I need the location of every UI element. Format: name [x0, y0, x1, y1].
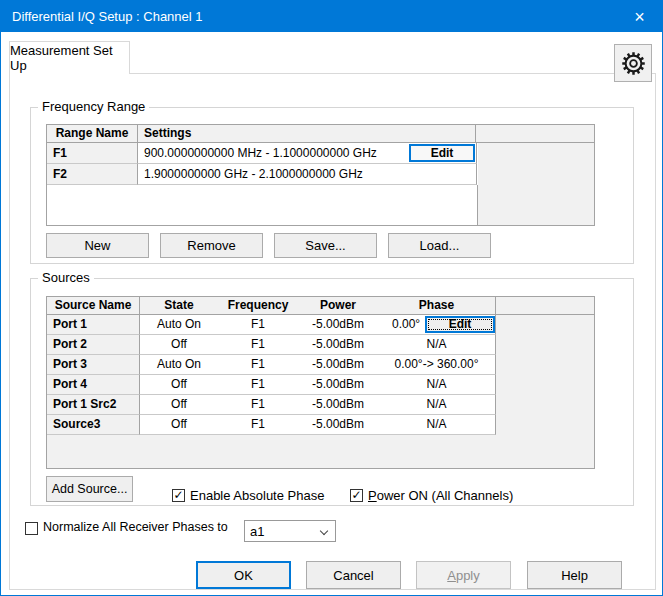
apply-button: Apply — [416, 561, 511, 589]
close-icon: × — [634, 8, 645, 26]
power-cell: -5.00dBm — [298, 415, 378, 435]
enable-absolute-phase-checkbox[interactable]: ✓ — [172, 489, 185, 502]
power-on-label-accel: P — [368, 488, 377, 503]
phase-cell: N/A — [378, 335, 496, 355]
power-cell: -5.00dBm — [298, 375, 378, 395]
checkmark-icon: ✓ — [351, 488, 361, 502]
source-name-cell: Port 4 — [47, 375, 140, 395]
ok-button[interactable]: OK — [196, 561, 291, 589]
window-title: Differential I/Q Setup : Channel 1 — [12, 9, 203, 24]
source-name-cell: Source3 — [47, 415, 140, 435]
column-header-settings: Settings — [138, 125, 476, 142]
title-bar: Differential I/Q Setup : Channel 1 — [1, 1, 663, 32]
state-cell: Auto On — [140, 355, 218, 375]
column-header-state: State — [140, 297, 218, 314]
frequency-cell: F1 — [218, 375, 298, 395]
phase-cell: 0.00°-> 360.00° — [378, 355, 496, 375]
new-button[interactable]: New — [46, 233, 149, 258]
save-button[interactable]: Save... — [274, 233, 377, 258]
remove-button[interactable]: Remove — [160, 233, 263, 258]
state-cell: Off — [140, 375, 218, 395]
column-header-phase: Phase — [378, 297, 496, 314]
settings-cell: 1.9000000000 GHz - 2.1000000000 GHz — [138, 164, 477, 185]
phase-cell: 0.00° Edit — [378, 315, 496, 335]
phase-cell: N/A — [378, 415, 496, 435]
state-cell: Auto On — [140, 315, 218, 335]
sources-group: Sources Source Name State Frequency Powe… — [30, 278, 634, 506]
column-header-source-name: Source Name — [47, 297, 140, 314]
range-name-cell: F2 — [47, 164, 138, 185]
sources-group-label: Sources — [38, 270, 94, 285]
source-name-cell: Port 1 — [47, 315, 140, 335]
sources-table-header: Source Name State Frequency Power Phase — [47, 297, 594, 315]
tab-label: Measurement Set Up — [10, 43, 129, 73]
gear-icon — [620, 50, 647, 77]
cancel-button[interactable]: Cancel — [306, 561, 401, 589]
power-on-label-rest: ower ON (All Channels) — [377, 488, 514, 503]
frequency-cell: F1 — [218, 335, 298, 355]
chevron-down-icon — [320, 527, 328, 535]
apply-label-accel: A — [447, 568, 456, 583]
help-button[interactable]: Help — [527, 561, 622, 589]
power-on-checkbox[interactable]: ✓ — [350, 489, 363, 502]
phase-cell: N/A — [378, 375, 496, 395]
frequency-cell: F1 — [218, 415, 298, 435]
table-row[interactable]: Source3 Off F1 -5.00dBm N/A — [47, 415, 497, 435]
edit-source-button[interactable]: Edit — [425, 316, 495, 333]
frequency-range-group: Frequency Range Range Name Settings F1 9… — [30, 107, 634, 264]
load-button[interactable]: Load... — [388, 233, 491, 258]
frequency-cell: F1 — [218, 315, 298, 335]
sources-table: Source Name State Frequency Power Phase … — [46, 296, 595, 469]
state-cell: Off — [140, 395, 218, 415]
power-cell: -5.00dBm — [298, 315, 378, 335]
settings-cell: 900.0000000000 MHz - 1.1000000000 GHz Ed… — [138, 143, 477, 164]
enable-absolute-phase-label[interactable]: Enable Absolute Phase — [190, 488, 324, 503]
frequency-cell: F1 — [218, 395, 298, 415]
dialog-window: Differential I/Q Setup : Channel 1 × Mea… — [0, 0, 663, 596]
receiver-select-value: a1 — [250, 524, 264, 539]
edit-range-button[interactable]: Edit — [409, 144, 475, 162]
table-row[interactable]: F2 1.9000000000 GHz - 2.1000000000 GHz — [47, 164, 478, 185]
add-source-button[interactable]: Add Source... — [46, 476, 133, 502]
frequency-cell: F1 — [218, 355, 298, 375]
range-name-cell: F1 — [47, 143, 138, 164]
table-row[interactable]: Port 2 Off F1 -5.00dBm N/A — [47, 335, 497, 355]
settings-value: 900.0000000000 MHz - 1.1000000000 GHz — [144, 146, 377, 160]
column-header-power: Power — [298, 297, 378, 314]
column-header-frequency: Frequency — [218, 297, 298, 314]
table-row[interactable]: Port 1 Src2 Off F1 -5.00dBm N/A — [47, 395, 497, 415]
table-row[interactable]: Port 4 Off F1 -5.00dBm N/A — [47, 375, 497, 395]
settings-gear-button[interactable] — [614, 44, 652, 82]
phase-value: 0.00° — [392, 317, 420, 331]
power-cell: -5.00dBm — [298, 355, 378, 375]
tab-measurement-setup[interactable]: Measurement Set Up — [9, 41, 130, 74]
table-row[interactable]: Port 1 Auto On F1 -5.00dBm 0.00° Edit — [47, 315, 497, 335]
receiver-select-dropdown[interactable]: a1 — [244, 520, 336, 542]
frequency-table-header: Range Name Settings — [47, 125, 594, 143]
table-row[interactable]: Port 3 Auto On F1 -5.00dBm 0.00°-> 360.0… — [47, 355, 497, 375]
frequency-range-table: Range Name Settings F1 900.0000000000 MH… — [46, 124, 595, 226]
close-button[interactable]: × — [617, 1, 662, 32]
settings-value: 1.9000000000 GHz - 2.1000000000 GHz — [144, 167, 363, 181]
source-name-cell: Port 2 — [47, 335, 140, 355]
phase-cell: N/A — [378, 395, 496, 415]
power-cell: -5.00dBm — [298, 335, 378, 355]
state-cell: Off — [140, 415, 218, 435]
power-on-label[interactable]: Power ON (All Channels) — [368, 488, 513, 503]
frequency-range-group-label: Frequency Range — [38, 99, 149, 114]
table-row[interactable]: F1 900.0000000000 MHz - 1.1000000000 GHz… — [47, 143, 478, 164]
normalize-phases-checkbox[interactable] — [25, 522, 38, 535]
apply-label-rest: pply — [456, 568, 480, 583]
checkmark-icon: ✓ — [173, 488, 183, 502]
column-header-range-name: Range Name — [47, 125, 138, 142]
source-name-cell: Port 1 Src2 — [47, 395, 140, 415]
normalize-phases-label[interactable]: Normalize All Receiver Phases to — [43, 520, 228, 534]
state-cell: Off — [140, 335, 218, 355]
power-cell: -5.00dBm — [298, 395, 378, 415]
source-name-cell: Port 3 — [47, 355, 140, 375]
